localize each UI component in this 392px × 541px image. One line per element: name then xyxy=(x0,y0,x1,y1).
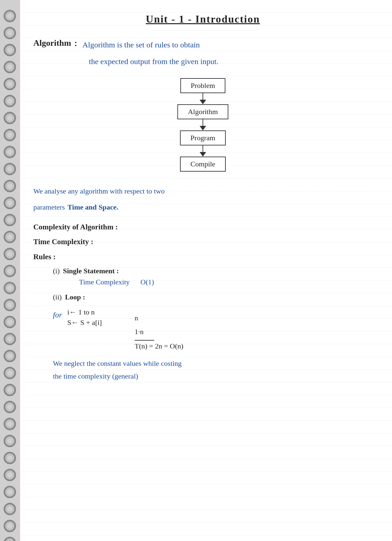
for-and-table: for i← 1 to n S← S + a[i] n 1·n T(n) = 2… xyxy=(33,308,372,350)
rules-heading: Rules : xyxy=(33,250,372,263)
spiral-ring xyxy=(4,486,16,498)
spiral-binding xyxy=(0,0,20,541)
spiral-ring xyxy=(4,129,16,141)
flowchart-algorithm: Algorithm xyxy=(177,104,228,119)
for-keyword: for xyxy=(53,308,62,319)
spiral-ring xyxy=(4,452,16,464)
spiral-ring xyxy=(4,316,16,328)
for-lines: i← 1 to n S← S + a[i] xyxy=(67,308,102,327)
for-line2: S← S + a[i] xyxy=(67,318,102,327)
complexity-row2: 1·n xyxy=(135,325,144,339)
rule2-title: Loop : xyxy=(65,293,85,301)
definition-line1: Algorithm is the set of rules to obtain xyxy=(82,38,200,52)
spiral-ring xyxy=(4,231,16,243)
definition-line2: the expected output from the given input… xyxy=(33,55,372,68)
spiral-ring xyxy=(4,78,16,90)
flowchart: Problem Algorithm Program Compile xyxy=(33,78,372,172)
for-line1: i← 1 to n xyxy=(67,308,102,316)
spiral-ring xyxy=(4,61,16,73)
neglect-text-line2: the time complexity (general) xyxy=(53,370,372,383)
time-complexity-heading: Time Complexity : xyxy=(33,235,372,248)
analysis-line1: We analyse any algorithm with respect to… xyxy=(33,185,372,198)
spiral-ring xyxy=(4,537,16,541)
complexity-divider xyxy=(135,340,154,341)
spiral-ring xyxy=(4,44,16,56)
analysis-line2-start: parameters xyxy=(33,201,65,214)
spiral-ring xyxy=(4,367,16,379)
flow-arrow-1 xyxy=(200,100,206,104)
definition-block: Algorithm : Algorithm is the set of rule… xyxy=(33,38,372,52)
main-content: Unit - 1 - Introduction Algorithm : Algo… xyxy=(20,0,392,541)
flowchart-program: Program xyxy=(180,130,226,145)
complexity-heading: Complexity of Algorithm : xyxy=(33,220,372,234)
rule2-num: (ii) xyxy=(53,293,62,301)
flowchart-compile: Compile xyxy=(180,157,226,172)
spiral-ring xyxy=(4,163,16,175)
flowchart-problem: Problem xyxy=(180,78,226,93)
spiral-ring xyxy=(4,469,16,481)
flow-line-1 xyxy=(203,93,203,100)
arrow-2 xyxy=(200,119,206,130)
rule2-item: (ii) Loop : xyxy=(33,293,372,301)
for-keyword-block: for i← 1 to n S← S + a[i] xyxy=(53,308,102,327)
spiral-ring xyxy=(4,384,16,396)
spiral-ring xyxy=(4,10,16,22)
complexity-table: n 1·n T(n) = 2n = O(n) xyxy=(128,308,183,350)
flow-arrow-2 xyxy=(200,126,206,130)
rule1-num: (i) xyxy=(53,267,60,275)
rule1-tc-label: Time Complexity xyxy=(79,278,130,286)
arrow-3 xyxy=(200,145,206,157)
definition-label: Algorithm xyxy=(33,38,71,48)
spiral-ring xyxy=(4,27,16,39)
rule1-tc: Time Complexity O(1) xyxy=(33,278,372,286)
arrow-1 xyxy=(200,93,206,104)
neglect-text-line1: We neglect the constant values while cos… xyxy=(53,357,372,370)
spiral-ring xyxy=(4,503,16,515)
spiral-ring xyxy=(4,180,16,192)
rule1-item: (i) Single Statement : xyxy=(33,267,372,275)
spiral-ring xyxy=(4,146,16,158)
spiral-ring xyxy=(4,401,16,413)
spiral-ring xyxy=(4,265,16,277)
spiral-ring xyxy=(4,520,16,532)
page-title: Unit - 1 - Introduction xyxy=(33,13,372,25)
spiral-ring xyxy=(4,197,16,209)
complexity-row1: n xyxy=(135,311,138,325)
spiral-ring xyxy=(4,112,16,124)
analysis-time-space: Time and Space. xyxy=(68,201,118,214)
flow-line-3 xyxy=(203,145,203,152)
spiral-ring xyxy=(4,350,16,362)
rule1-title: Single Statement : xyxy=(63,267,119,275)
neglect-line1: We neglect the constant values while cos… xyxy=(33,357,372,383)
page: Unit - 1 - Introduction Algorithm : Algo… xyxy=(0,0,392,541)
spiral-ring xyxy=(4,248,16,260)
spiral-ring xyxy=(4,418,16,430)
definition-colon: : xyxy=(74,38,77,48)
spiral-ring xyxy=(4,95,16,107)
flow-arrow-3 xyxy=(200,152,206,157)
spiral-ring xyxy=(4,435,16,447)
complexity-result: T(n) = 2n = O(n) xyxy=(135,342,183,350)
spiral-ring xyxy=(4,282,16,294)
rule1-tc-value: O(1) xyxy=(140,278,154,286)
spiral-ring xyxy=(4,333,16,345)
spiral-ring xyxy=(4,299,16,311)
spiral-ring xyxy=(4,214,16,226)
flow-line-2 xyxy=(203,119,203,126)
